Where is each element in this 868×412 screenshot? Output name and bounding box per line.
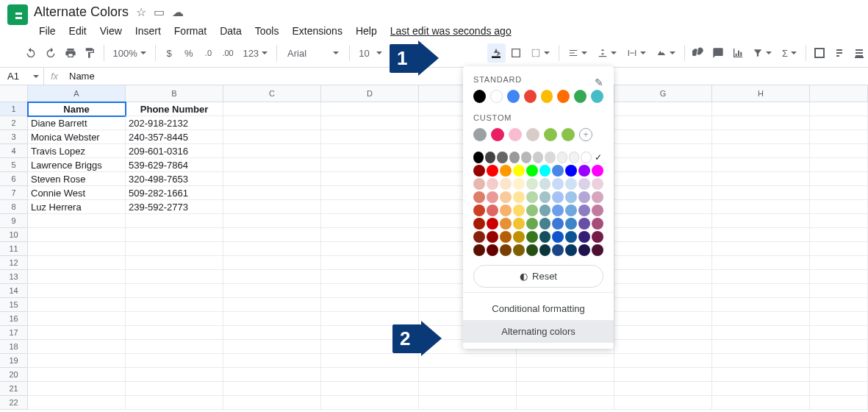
palette-swatch[interactable] (513, 231, 525, 243)
cell[interactable] (321, 158, 419, 172)
cell[interactable] (223, 116, 321, 130)
font-select[interactable]: Arial (281, 48, 345, 59)
cell[interactable] (126, 326, 223, 340)
cell[interactable] (126, 354, 223, 368)
cell[interactable] (28, 368, 126, 382)
edit-standard-icon[interactable]: ✎ (595, 77, 603, 88)
palette-swatch[interactable] (592, 191, 603, 203)
cell[interactable] (126, 382, 223, 396)
cell[interactable] (712, 354, 810, 368)
undo-button[interactable] (22, 43, 40, 63)
row-header-17[interactable]: 17 (0, 326, 28, 340)
palette-swatch[interactable] (545, 152, 555, 163)
cell[interactable]: Luz Herrera (28, 200, 126, 214)
cell[interactable] (223, 242, 321, 256)
standard-swatch[interactable] (490, 90, 503, 103)
palette-swatch[interactable] (513, 191, 525, 203)
cell[interactable] (223, 102, 321, 116)
standard-swatch[interactable] (541, 90, 553, 103)
cell[interactable] (223, 340, 321, 354)
menu-extensions[interactable]: Extensions (287, 23, 347, 39)
cell[interactable] (126, 284, 223, 298)
palette-swatch[interactable] (539, 218, 551, 230)
palette-swatch[interactable] (565, 165, 577, 177)
palette-swatch[interactable] (539, 178, 551, 190)
cell[interactable] (28, 214, 126, 228)
cell[interactable]: 202-918-2132 (126, 116, 223, 130)
cell[interactable] (614, 340, 712, 354)
row-header-6[interactable]: 6 (0, 172, 28, 186)
cell[interactable] (614, 298, 712, 312)
cell[interactable] (28, 242, 126, 256)
row-header-16[interactable]: 16 (0, 312, 28, 326)
cell[interactable] (614, 312, 712, 326)
print-button[interactable] (61, 43, 79, 63)
palette-swatch[interactable] (565, 218, 577, 230)
palette-swatch[interactable] (578, 165, 590, 177)
cell[interactable] (517, 354, 614, 368)
cell[interactable] (223, 354, 321, 368)
cell[interactable]: Diane Barrett (28, 116, 126, 130)
fill-color-button[interactable] (487, 43, 506, 63)
cell[interactable] (126, 270, 223, 284)
cell[interactable] (712, 130, 810, 144)
palette-swatch[interactable] (578, 244, 590, 256)
cell[interactable] (321, 102, 419, 116)
palette-swatch[interactable] (581, 152, 591, 163)
cell[interactable] (28, 284, 126, 298)
cell[interactable] (614, 186, 712, 200)
row-header-3[interactable]: 3 (0, 130, 28, 144)
last-edit-link[interactable]: Last edit was seconds ago (385, 23, 517, 39)
cell[interactable] (223, 396, 321, 410)
palette-swatch[interactable] (552, 205, 564, 216)
cell[interactable] (614, 396, 712, 410)
cell[interactable] (614, 200, 712, 214)
cell[interactable] (223, 312, 321, 326)
standard-swatch[interactable] (473, 90, 486, 103)
palette-swatch[interactable] (552, 218, 564, 230)
row-header-20[interactable]: 20 (0, 368, 28, 382)
palette-swatch[interactable] (513, 244, 525, 256)
cell[interactable] (321, 144, 419, 158)
cell[interactable] (223, 298, 321, 312)
cell[interactable] (614, 242, 712, 256)
cell[interactable] (126, 214, 223, 228)
cell[interactable] (614, 326, 712, 340)
cell[interactable] (321, 298, 419, 312)
palette-swatch[interactable] (539, 231, 551, 243)
custom-swatch[interactable] (544, 128, 557, 141)
cell[interactable] (28, 298, 126, 312)
palette-swatch[interactable] (473, 244, 485, 256)
halign-button[interactable] (564, 48, 592, 58)
palette-swatch[interactable] (487, 244, 498, 256)
cell[interactable]: Travis Lopez (28, 144, 126, 158)
cell[interactable] (321, 130, 419, 144)
cell[interactable] (223, 158, 321, 172)
palette-swatch[interactable] (557, 152, 567, 163)
cell[interactable] (614, 116, 712, 130)
menu-file[interactable]: File (34, 23, 61, 39)
cell[interactable] (223, 130, 321, 144)
valign-button[interactable] (593, 48, 621, 58)
percent-button[interactable]: % (179, 43, 198, 63)
standard-swatch[interactable] (524, 90, 537, 103)
palette-swatch[interactable] (552, 231, 564, 243)
cell[interactable] (614, 256, 712, 270)
font-size-select[interactable]: 10 (354, 48, 387, 59)
palette-swatch[interactable] (473, 152, 484, 163)
row-header-5[interactable]: 5 (0, 158, 28, 172)
palette-swatch[interactable] (565, 244, 577, 256)
cell[interactable] (712, 186, 810, 200)
cell[interactable] (223, 270, 321, 284)
palette-swatch[interactable] (592, 231, 603, 243)
cell[interactable] (223, 256, 321, 270)
palette-swatch[interactable] (487, 165, 498, 177)
cell[interactable] (126, 396, 223, 410)
row-header-8[interactable]: 8 (0, 200, 28, 214)
palette-swatch[interactable] (592, 244, 603, 256)
cell[interactable] (712, 144, 810, 158)
sheets-logo[interactable] (7, 4, 28, 25)
cloud-icon[interactable]: ☁ (172, 5, 184, 19)
cell[interactable] (614, 228, 712, 242)
palette-swatch[interactable] (513, 165, 525, 177)
